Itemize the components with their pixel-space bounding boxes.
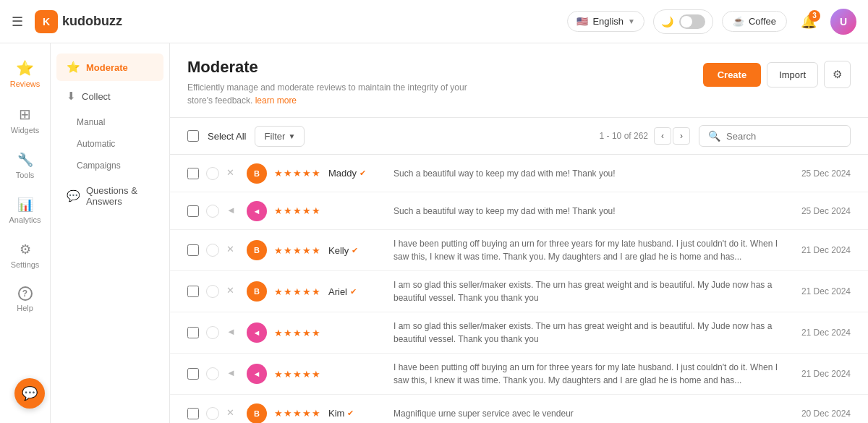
review-date: 25 Dec 2024	[786, 206, 851, 216]
row-checkbox[interactable]	[187, 408, 199, 419]
review-date: 21 Dec 2024	[786, 369, 851, 379]
nav-sub-item-manual[interactable]: Manual	[51, 111, 169, 133]
learn-more-link[interactable]: learn more	[255, 95, 297, 106]
review-date: 21 Dec 2024	[786, 328, 851, 338]
sidebar-item-analytics[interactable]: 📊 Analytics	[4, 189, 47, 231]
table-row: ◄ ◄ ★★★★★ I am so glad this seller/maker…	[170, 312, 868, 354]
nav-panel: ⭐ Moderate ⬇ Collect Manual Automatic Ca…	[51, 43, 170, 423]
row-action-icon[interactable]: ◄	[226, 367, 239, 380]
analytics-icon: 📊	[17, 197, 33, 213]
star-rating: ★★★★★	[274, 286, 321, 297]
review-text: I have been putting off buying an urn fo…	[393, 237, 778, 263]
sidebar-item-settings[interactable]: ⚙ Settings	[4, 234, 47, 276]
row-checkbox[interactable]	[187, 327, 199, 338]
sidebar-item-tools[interactable]: 🔧 Tools	[4, 145, 47, 187]
table-row: ◄ ◄ ★★★★★ I have been putting off buying…	[170, 354, 868, 395]
nav-sub-item-automatic[interactable]: Automatic	[51, 133, 169, 155]
chevron-down-icon: ▼	[628, 17, 635, 25]
notifications-button[interactable]: 🔔 3	[796, 9, 822, 35]
language-selector[interactable]: 🇺🇸 English ▼	[567, 11, 644, 32]
select-all-label[interactable]: Select All	[208, 131, 246, 142]
hamburger-icon[interactable]: ☰	[12, 14, 23, 30]
row-checkbox[interactable]	[187, 244, 199, 256]
row-status-circle[interactable]	[206, 167, 219, 180]
table-row: ◄ ◄ ★★★★★ Such a beautiful way to keep m…	[170, 192, 868, 230]
row-checkbox[interactable]	[187, 286, 199, 297]
coffee-button[interactable]: ☕ Coffee	[722, 11, 787, 32]
import-button[interactable]: Import	[767, 62, 818, 87]
reviewer-avatar: B	[247, 240, 267, 260]
table-row: ✕ B ★★★★★ Kelly ✔ I have been putting of…	[170, 230, 868, 271]
row-checkbox[interactable]	[187, 168, 199, 179]
table-row: ✕ B ★★★★★ Maddy ✔ Such a beautiful way t…	[170, 155, 868, 192]
sidebar-item-help[interactable]: ? Help	[4, 279, 47, 320]
row-status-circle[interactable]	[206, 244, 219, 257]
prev-page-button[interactable]: ‹	[654, 127, 671, 145]
row-checkbox[interactable]	[187, 205, 199, 217]
review-date: 20 Dec 2024	[786, 409, 851, 419]
row-action-icon[interactable]: ◄	[226, 326, 239, 339]
moon-icon: 🌙	[661, 16, 673, 27]
settings-icon: ⚙	[20, 242, 31, 257]
reviewer-avatar: ◄	[247, 201, 267, 221]
create-button[interactable]: Create	[703, 63, 761, 87]
sidebar-item-widgets[interactable]: ⊞ Widgets	[4, 98, 47, 142]
review-date: 21 Dec 2024	[786, 286, 851, 296]
page-header: Moderate Efficiently manage and moderate…	[170, 43, 868, 118]
chat-bubble[interactable]: 💬	[14, 378, 45, 409]
review-text: Such a beautiful way to keep my dad with…	[393, 167, 778, 180]
reviewer-avatar: B	[247, 281, 267, 302]
row-status-circle[interactable]	[206, 367, 219, 380]
help-icon: ?	[18, 286, 33, 301]
reviewer-avatar: B	[247, 403, 267, 424]
nav-item-moderate[interactable]: ⭐ Moderate	[56, 54, 163, 81]
row-status-circle[interactable]	[206, 205, 219, 218]
nav-item-collect[interactable]: ⬇ Collect	[56, 82, 163, 110]
qa-icon: 💬	[67, 189, 80, 202]
row-action-icon[interactable]: ✕	[226, 244, 239, 257]
row-status-circle[interactable]	[206, 285, 219, 298]
star-icon: ⭐	[16, 59, 34, 77]
search-input[interactable]	[726, 131, 841, 142]
flag-icon: 🇺🇸	[576, 16, 588, 27]
avatar[interactable]: U	[830, 9, 856, 35]
reviews-table: ✕ B ★★★★★ Maddy ✔ Such a beautiful way t…	[170, 155, 868, 423]
review-text: Magnifique urne super service avec le ve…	[393, 407, 778, 420]
reviewer-name: Kelly ✔	[328, 245, 386, 256]
row-action-icon[interactable]: ◄	[226, 205, 239, 218]
logo: K kudobuzz	[35, 10, 122, 33]
page-title: Moderate	[187, 58, 491, 77]
reviewer-avatar: ◄	[247, 364, 267, 384]
search-icon: 🔍	[708, 130, 720, 142]
nav-item-qa[interactable]: 💬 Questions & Answers	[56, 178, 163, 214]
reviewer-name: Maddy ✔	[328, 168, 386, 179]
notification-badge: 3	[809, 10, 820, 22]
row-status-circle[interactable]	[206, 326, 219, 339]
select-all-checkbox[interactable]	[187, 130, 199, 142]
filter-button[interactable]: Filter ▼	[255, 126, 305, 147]
sidebar-item-reviews[interactable]: ⭐ Reviews	[4, 52, 47, 95]
page-subtitle: Efficiently manage and moderate reviews …	[187, 81, 491, 107]
chevron-down-icon: ▼	[288, 132, 295, 140]
review-text: I have been putting off buying an urn fo…	[393, 361, 778, 387]
collect-icon: ⬇	[67, 90, 76, 103]
star-rating: ★★★★★	[274, 168, 321, 179]
review-date: 21 Dec 2024	[786, 245, 851, 255]
row-status-circle[interactable]	[206, 407, 219, 420]
star-rating: ★★★★★	[274, 408, 321, 419]
left-sidebar: ⭐ Reviews ⊞ Widgets 🔧 Tools 📊 Analytics …	[0, 43, 51, 423]
row-checkbox[interactable]	[187, 368, 199, 380]
dark-mode-toggle[interactable]: 🌙	[653, 9, 713, 34]
tools-icon: 🔧	[17, 152, 33, 168]
nav-sub-item-campaigns[interactable]: Campaigns	[51, 155, 169, 176]
row-action-icon[interactable]: ✕	[226, 407, 239, 420]
search-input-wrap[interactable]: 🔍	[699, 125, 851, 147]
reviewer-avatar: B	[247, 163, 267, 184]
row-action-icon[interactable]: ✕	[226, 167, 239, 180]
next-page-button[interactable]: ›	[673, 127, 690, 145]
reviewer-name: Ariel ✔	[328, 286, 386, 297]
settings-button[interactable]: ⚙	[824, 61, 851, 88]
row-action-icon[interactable]: ✕	[226, 285, 239, 298]
table-toolbar: Select All Filter ▼ 1 - 10 of 262 ‹ › 🔍	[170, 118, 868, 155]
star-rating: ★★★★★	[274, 369, 321, 380]
